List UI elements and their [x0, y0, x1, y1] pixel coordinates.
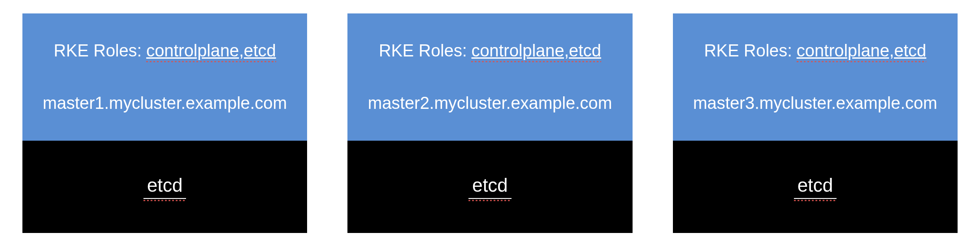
node-header-2: RKE Roles: controlplane,etcd master2.myc…	[347, 13, 632, 141]
roles-line-3: RKE Roles: controlplane,etcd	[704, 41, 926, 60]
node-component-2: etcd	[347, 141, 632, 233]
hostname-3: master3.mycluster.example.com	[693, 94, 937, 113]
etcd-label-2: etcd	[468, 175, 511, 199]
node-header-1: RKE Roles: controlplane,etcd master1.myc…	[22, 13, 307, 141]
roles-line-1: RKE Roles: controlplane,etcd	[54, 41, 276, 60]
etcd-label-1: etcd	[143, 175, 186, 199]
roles-value-2: controlplane,etcd	[471, 41, 601, 60]
node-header-3: RKE Roles: controlplane,etcd master3.myc…	[673, 13, 958, 141]
hostname-2: master2.mycluster.example.com	[368, 94, 612, 113]
etcd-label-3: etcd	[794, 175, 837, 199]
roles-value-3: controlplane,etcd	[797, 41, 926, 60]
master-node-3: RKE Roles: controlplane,etcd master3.myc…	[673, 13, 958, 233]
master-node-2: RKE Roles: controlplane,etcd master2.myc…	[347, 13, 632, 233]
roles-value-1: controlplane,etcd	[146, 41, 276, 60]
master-node-1: RKE Roles: controlplane,etcd master1.myc…	[22, 13, 307, 233]
roles-label-1: RKE Roles:	[54, 41, 142, 60]
node-component-3: etcd	[673, 141, 958, 233]
roles-line-2: RKE Roles: controlplane,etcd	[379, 41, 601, 60]
roles-label-2: RKE Roles:	[379, 41, 467, 60]
node-component-1: etcd	[22, 141, 307, 233]
hostname-1: master1.mycluster.example.com	[43, 94, 287, 113]
roles-label-3: RKE Roles:	[704, 41, 792, 60]
